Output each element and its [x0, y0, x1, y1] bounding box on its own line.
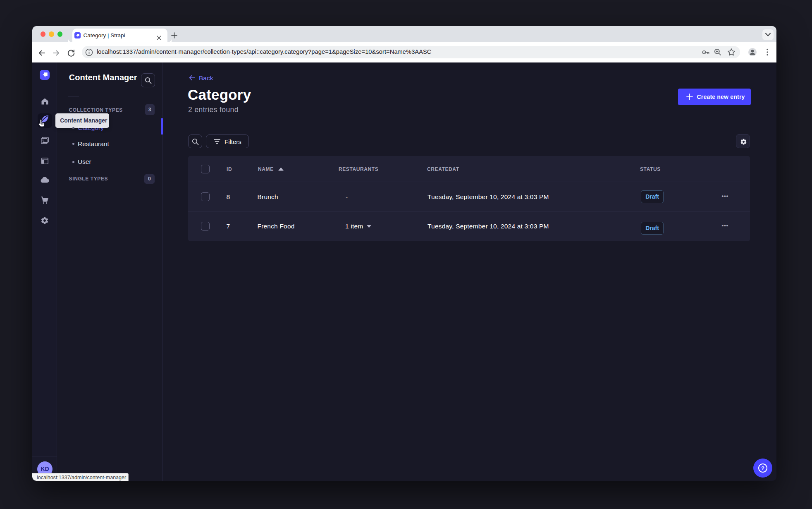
svg-text:?: ? [761, 465, 764, 471]
